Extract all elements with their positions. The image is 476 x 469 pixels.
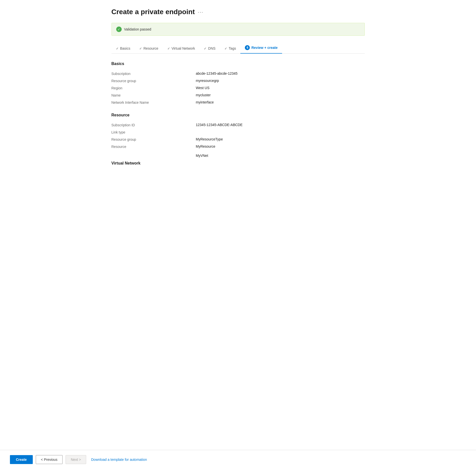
field-name: Name mycluster — [111, 92, 365, 99]
tab-tags-label: Tags — [229, 46, 236, 50]
basics-section: Basics Subscription abcde-12345-abcde-12… — [111, 62, 365, 106]
field-resource-group-basics-value: myresourcegrp — [196, 79, 219, 83]
tab-review-create-badge: 6 — [245, 45, 250, 50]
resource-section: Resource Subscription ID 12345-12345-ABC… — [111, 113, 365, 150]
tab-tags[interactable]: ✓ Tags — [220, 44, 241, 53]
virtual-network-section-title: Virtual Network — [111, 161, 365, 166]
tab-basics-label: Basics — [120, 46, 130, 50]
field-subscription-label: Subscription — [111, 71, 196, 76]
tab-dns-check: ✓ — [204, 47, 207, 50]
field-link-type: Link type — [111, 129, 365, 136]
validation-banner: ✓ Validation passed — [111, 23, 365, 36]
field-resource-label: Resource — [111, 144, 196, 149]
tabs-row: ✓ Basics ✓ Resource ✓ Virtual Network ✓ … — [111, 43, 365, 54]
field-name-value: mycluster — [196, 93, 211, 97]
field-network-interface-name-label: Network Interface Name — [111, 100, 196, 104]
ellipsis-menu[interactable]: ··· — [198, 9, 204, 15]
tab-virtual-network[interactable]: ✓ Virtual Network — [163, 44, 200, 53]
field-network-interface-name-value: myinterface — [196, 100, 214, 104]
tab-review-create[interactable]: 6 Review + create — [240, 43, 282, 54]
tab-basics-check: ✓ — [116, 47, 119, 50]
tab-resource-label: Resource — [144, 46, 158, 50]
tab-resource[interactable]: ✓ Resource — [135, 44, 163, 53]
field-name-label: Name — [111, 93, 196, 97]
tab-review-create-label: Review + create — [251, 46, 277, 50]
field-resource: Resource MyResource — [111, 143, 365, 150]
basics-section-title: Basics — [111, 62, 365, 66]
validation-icon: ✓ — [116, 27, 122, 32]
field-subscription-id-label: Subscription ID — [111, 123, 196, 127]
field-subscription-id: Subscription ID 12345-12345-ABCDE-ABCDE — [111, 121, 365, 129]
field-region-label: Region — [111, 86, 196, 90]
field-subscription: Subscription abcde-12345-abcde-12345 — [111, 70, 365, 77]
tab-dns-label: DNS — [208, 46, 216, 50]
field-resource-value: MyResource — [196, 144, 216, 148]
field-resource-group-basics: Resource group myresourcegrp — [111, 77, 365, 84]
tab-dns[interactable]: ✓ DNS — [199, 44, 220, 53]
tab-tags-check: ✓ — [224, 47, 227, 50]
content-area: Basics Subscription abcde-12345-abcde-12… — [111, 62, 365, 219]
create-button[interactable]: Create — [10, 455, 33, 464]
field-vnet-value: MyVNet — [111, 152, 365, 159]
field-resource-group-resource-value: MyResourceType — [196, 137, 223, 141]
previous-button[interactable]: < Previous — [36, 455, 63, 464]
field-subscription-value: abcde-12345-abcde-12345 — [196, 71, 238, 75]
field-vnet-value-text: MyVNet — [196, 154, 208, 158]
tab-virtual-network-label: Virtual Network — [172, 46, 195, 50]
field-link-type-label: Link type — [111, 130, 196, 134]
field-vnet-value-label — [111, 154, 196, 154]
tab-basics[interactable]: ✓ Basics — [111, 44, 135, 53]
field-network-interface-name: Network Interface Name myinterface — [111, 99, 365, 106]
download-template-link[interactable]: Download a template for automation — [91, 458, 147, 462]
field-resource-group-resource: Resource group MyResourceType — [111, 136, 365, 143]
page-title: Create a private endpoint — [111, 8, 195, 16]
tab-virtual-network-check: ✓ — [167, 47, 170, 50]
field-subscription-id-value: 12345-12345-ABCDE-ABCDE — [196, 123, 243, 127]
field-resource-group-basics-label: Resource group — [111, 79, 196, 83]
tab-resource-check: ✓ — [139, 47, 142, 50]
bottom-bar: Create < Previous Next > Download a temp… — [0, 450, 476, 469]
next-button: Next > — [66, 455, 86, 464]
field-resource-group-resource-label: Resource group — [111, 137, 196, 141]
validation-text: Validation passed — [124, 27, 151, 31]
field-region-value: West US — [196, 86, 210, 90]
resource-section-title: Resource — [111, 113, 365, 117]
field-region: Region West US — [111, 84, 365, 92]
